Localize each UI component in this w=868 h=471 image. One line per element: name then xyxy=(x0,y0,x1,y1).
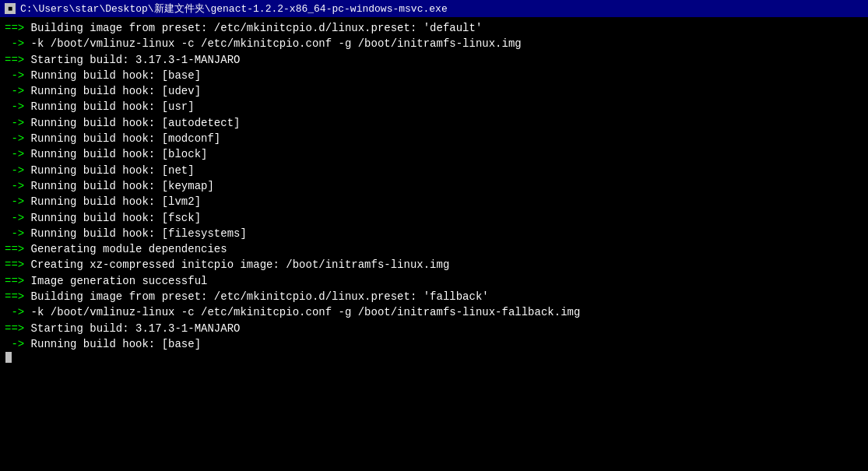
terminal-line: -> Running build hook: [udev] xyxy=(5,83,863,99)
terminal-line: -> Running build hook: [modconf] xyxy=(5,131,863,146)
terminal-line: -> Running build hook: [base] xyxy=(5,68,863,83)
cursor xyxy=(5,352,12,363)
terminal: ==> Building image from preset: /etc/mki… xyxy=(0,17,868,471)
terminal-line: -> Running build hook: [filesystems] xyxy=(5,226,863,241)
terminal-line: ==> Creating xz-compressed initcpio imag… xyxy=(5,257,863,272)
cursor-line xyxy=(5,352,863,363)
terminal-line: ==> Building image from preset: /etc/mki… xyxy=(5,289,863,304)
terminal-line: -> Running build hook: [net] xyxy=(5,163,863,178)
terminal-line: ==> Building image from preset: /etc/mki… xyxy=(5,20,863,36)
title-bar-icon: ■ xyxy=(5,3,16,14)
terminal-line: -> Running build hook: [block] xyxy=(5,146,863,162)
terminal-line: ==> Starting build: 3.17.3-1-MANJARO xyxy=(5,321,863,336)
terminal-line: -> Running build hook: [fsck] xyxy=(5,210,863,226)
terminal-line: ==> Starting build: 3.17.3-1-MANJARO xyxy=(5,52,863,68)
title-bar-text: C:\Users\star\Desktop\新建文件夹\genact-1.2.2… xyxy=(20,2,448,16)
terminal-line: -> Running build hook: [lvm2] xyxy=(5,194,863,209)
terminal-line: -> Running build hook: [keymap] xyxy=(5,178,863,194)
terminal-line: ==> Generating module dependencies xyxy=(5,241,863,257)
terminal-line: -> -k /boot/vmlinuz-linux -c /etc/mkinit… xyxy=(5,304,863,320)
terminal-line: -> -k /boot/vmlinuz-linux -c /etc/mkinit… xyxy=(5,36,863,51)
terminal-line: -> Running build hook: [autodetect] xyxy=(5,115,863,131)
terminal-line: -> Running build hook: [base] xyxy=(5,336,863,352)
terminal-line: ==> Image generation successful xyxy=(5,273,863,289)
terminal-line: -> Running build hook: [usr] xyxy=(5,99,863,114)
title-bar: ■ C:\Users\star\Desktop\新建文件夹\genact-1.2… xyxy=(0,0,868,17)
